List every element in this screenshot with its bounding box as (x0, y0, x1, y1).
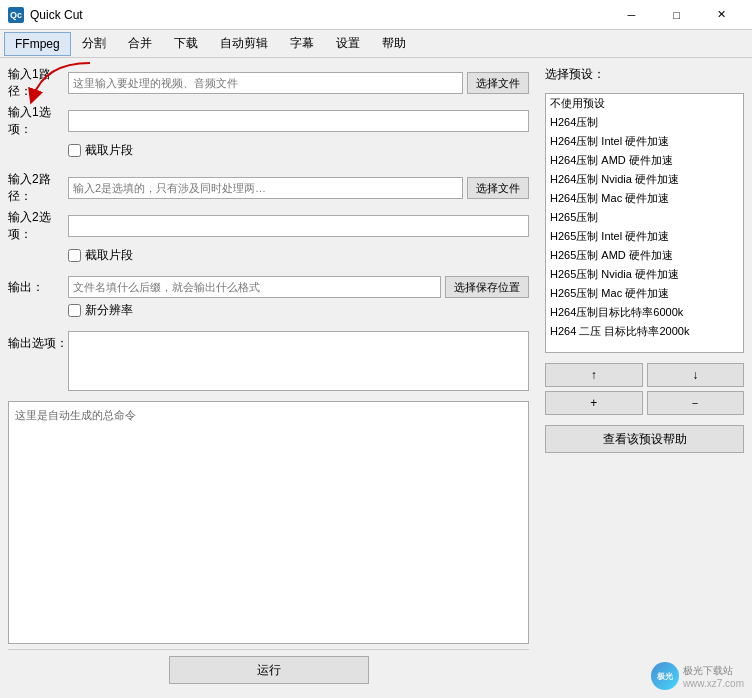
output-options-row: 输出选项： (8, 331, 529, 391)
close-button[interactable]: ✕ (699, 0, 744, 30)
minimize-button[interactable]: ─ (609, 0, 654, 30)
app-title: Quick Cut (30, 8, 83, 22)
preset-label: 选择预设： (545, 66, 744, 83)
preset-down-button[interactable]: ↓ (647, 363, 745, 387)
title-bar: Qc Quick Cut ─ □ ✕ (0, 0, 752, 30)
output-label: 输出： (8, 279, 68, 296)
preset-add-button[interactable]: + (545, 391, 643, 415)
preset-item-4[interactable]: H264压制 Nvidia 硬件加速 (546, 170, 743, 189)
input1-clip-row: 截取片段 (8, 142, 529, 159)
preset-up-button[interactable]: ↑ (545, 363, 643, 387)
preset-item-7[interactable]: H265压制 Intel 硬件加速 (546, 227, 743, 246)
preset-item-12[interactable]: H264 二压 目标比特率2000k (546, 322, 743, 341)
input1-clip-label: 截取片段 (85, 142, 133, 159)
input2-options-field[interactable] (68, 215, 529, 237)
preset-item-5[interactable]: H264压制 Mac 硬件加速 (546, 189, 743, 208)
right-panel: 选择预设： 不使用预设 H264压制 H264压制 Intel 硬件加速 H26… (537, 58, 752, 698)
preset-item-10[interactable]: H265压制 Mac 硬件加速 (546, 284, 743, 303)
left-content: 输入1路径： 选择文件 输入1选项： 截取片段 输入2路径： 选 (8, 66, 529, 690)
input1-options-label: 输入1选项： (8, 104, 68, 138)
input2-clip-label: 截取片段 (85, 247, 133, 264)
maximize-button[interactable]: □ (654, 0, 699, 30)
input1-options-row: 输入1选项： (8, 104, 529, 138)
input1-path-label: 输入1路径： (8, 66, 68, 100)
main-content: 输入1路径： 选择文件 输入1选项： 截取片段 输入2路径： 选 (0, 58, 752, 698)
input1-options-field[interactable] (68, 110, 529, 132)
menu-item-ffmpeg[interactable]: FFmpeg (4, 32, 71, 56)
output-path-row: 输出： 选择保存位置 (8, 276, 529, 298)
output-options-textarea[interactable] (68, 331, 529, 391)
preset-item-8[interactable]: H265压制 AMD 硬件加速 (546, 246, 743, 265)
output-resolution-checkbox[interactable] (68, 304, 81, 317)
input2-clip-row: 截取片段 (8, 247, 529, 264)
preset-item-6[interactable]: H265压制 (546, 208, 743, 227)
preset-item-1[interactable]: H264压制 (546, 113, 743, 132)
preset-item-9[interactable]: H265压制 Nvidia 硬件加速 (546, 265, 743, 284)
cmd-wrapper: 这里是自动生成的总命令 (8, 395, 529, 650)
input2-path-label: 输入2路径： (8, 171, 68, 205)
menu-item-help[interactable]: 帮助 (371, 30, 417, 57)
menu-bar: FFmpeg 分割 合并 下载 自动剪辑 字幕 设置 帮助 (0, 30, 752, 58)
input2-browse-button[interactable]: 选择文件 (467, 177, 529, 199)
preset-controls: ↑ ↓ + － (545, 363, 744, 415)
left-panel: 输入1路径： 选择文件 输入1选项： 截取片段 输入2路径： 选 (0, 58, 537, 698)
window-controls: ─ □ ✕ (609, 0, 744, 30)
input2-path-field[interactable] (68, 177, 463, 199)
output-resolution-label: 新分辨率 (85, 302, 133, 319)
preset-item-2[interactable]: H264压制 Intel 硬件加速 (546, 132, 743, 151)
menu-item-auto-edit[interactable]: 自动剪辑 (209, 30, 279, 57)
output-resolution-row: 新分辨率 (8, 302, 529, 319)
input1-browse-button[interactable]: 选择文件 (467, 72, 529, 94)
title-bar-left: Qc Quick Cut (8, 7, 83, 23)
preset-help-button[interactable]: 查看该预设帮助 (545, 425, 744, 453)
command-textarea[interactable]: 这里是自动生成的总命令 (8, 401, 529, 644)
input1-path-field[interactable] (68, 72, 463, 94)
input2-options-label: 输入2选项： (8, 209, 68, 243)
input2-options-row: 输入2选项： (8, 209, 529, 243)
preset-item-0[interactable]: 不使用预设 (546, 94, 743, 113)
preset-item-3[interactable]: H264压制 AMD 硬件加速 (546, 151, 743, 170)
output-browse-button[interactable]: 选择保存位置 (445, 276, 529, 298)
input1-path-row: 输入1路径： 选择文件 (8, 66, 529, 100)
input2-path-row: 输入2路径： 选择文件 (8, 171, 529, 205)
input2-clip-checkbox[interactable] (68, 249, 81, 262)
output-options-label: 输出选项： (8, 331, 68, 352)
app-icon: Qc (8, 7, 24, 23)
menu-item-merge[interactable]: 合并 (117, 30, 163, 57)
menu-item-subtitle[interactable]: 字幕 (279, 30, 325, 57)
menu-item-download[interactable]: 下载 (163, 30, 209, 57)
fields-area: 输入1路径： 选择文件 输入1选项： 截取片段 输入2路径： 选 (8, 66, 529, 395)
menu-item-split[interactable]: 分割 (71, 30, 117, 57)
run-button[interactable]: 运行 (169, 656, 369, 684)
watermark-logo: 极光 (651, 662, 679, 690)
preset-list[interactable]: 不使用预设 H264压制 H264压制 Intel 硬件加速 H264压制 AM… (545, 93, 744, 353)
input1-clip-checkbox[interactable] (68, 144, 81, 157)
watermark-text: 极光下载站 www.xz7.com (683, 664, 744, 689)
menu-item-settings[interactable]: 设置 (325, 30, 371, 57)
output-path-field[interactable] (68, 276, 441, 298)
preset-item-11[interactable]: H264压制目标比特率6000k (546, 303, 743, 322)
preset-remove-button[interactable]: － (647, 391, 745, 415)
run-bar: 运行 (8, 649, 529, 690)
watermark: 极光 极光下载站 www.xz7.com (651, 662, 744, 690)
